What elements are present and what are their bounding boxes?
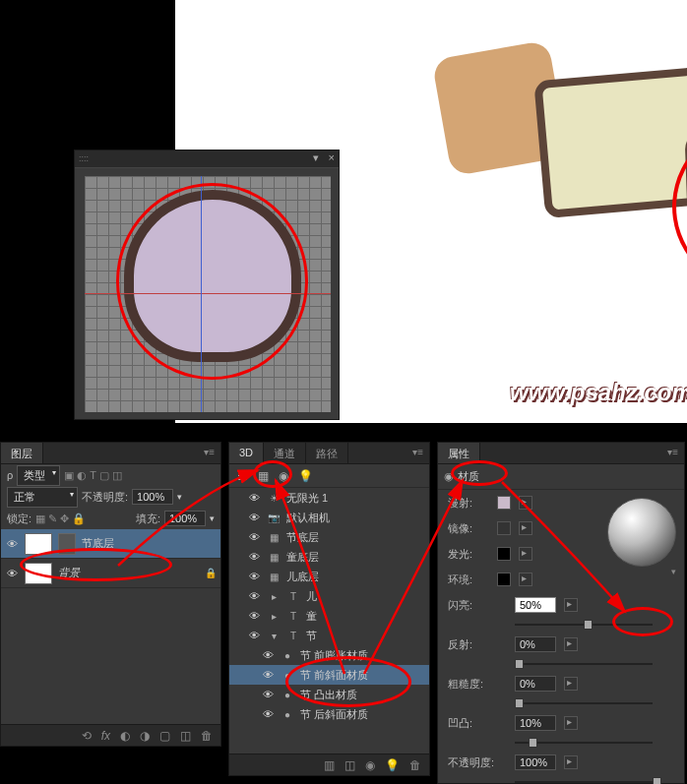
slider-texture[interactable] xyxy=(564,677,578,691)
filter-light-icon[interactable]: 💡 xyxy=(298,469,313,483)
expand-icon[interactable]: ▾ xyxy=(267,631,281,641)
diffuse-label: 漫射: xyxy=(448,496,489,511)
panel-menu-icon[interactable]: ▾≡ xyxy=(661,443,684,463)
visibility-icon[interactable]: 👁 xyxy=(247,630,261,641)
slider-label: 闪亮: xyxy=(448,598,507,613)
specular-texture[interactable] xyxy=(519,521,532,535)
char-3d-2[interactable] xyxy=(533,67,687,218)
glow-texture[interactable] xyxy=(519,547,532,561)
icon-2[interactable]: ◫ xyxy=(344,758,355,772)
specular-swatch[interactable] xyxy=(497,521,511,535)
item-type-icon: ▦ xyxy=(267,532,281,543)
item-type-icon: T xyxy=(286,611,300,622)
annotation-circle xyxy=(612,607,673,636)
slider-label: 粗糙度: xyxy=(448,677,507,692)
slider-value-input[interactable]: 0% xyxy=(515,636,556,652)
collapse-icon[interactable]: ▾ xyxy=(313,151,319,164)
expand-icon[interactable]: ▸ xyxy=(267,611,281,622)
visibility-icon[interactable]: 👁 xyxy=(247,571,261,582)
slider-value-input[interactable]: 10% xyxy=(515,715,556,731)
3d-list-item[interactable]: 👁▦童底层 xyxy=(229,547,429,567)
tab-paths[interactable]: 路径 xyxy=(306,443,348,463)
slider-value-input[interactable]: 50% xyxy=(515,597,556,613)
visibility-icon[interactable]: 👁 xyxy=(247,590,261,602)
filter-scene-icon[interactable]: ☰ xyxy=(237,469,248,483)
item-type-icon: T xyxy=(286,591,300,602)
glow-swatch[interactable] xyxy=(497,547,511,561)
glow-label: 发光: xyxy=(448,547,489,562)
item-type-icon: 📷 xyxy=(267,513,281,523)
slider-track[interactable] xyxy=(515,659,653,669)
3d-list-item[interactable]: 👁▾T节 xyxy=(229,626,429,645)
render-icon[interactable]: ◉ xyxy=(365,758,375,772)
lock-icons[interactable]: ▦ ✎ ✥ 🔒 xyxy=(35,513,86,525)
panel-menu-icon[interactable]: ▾≡ xyxy=(406,443,429,463)
slider-texture[interactable] xyxy=(564,716,578,730)
item-type-icon: T xyxy=(286,631,300,641)
secondary-3d-view[interactable]: :::: × ▾ xyxy=(74,150,340,420)
visibility-icon[interactable]: 👁 xyxy=(261,708,275,720)
new-layer-icon[interactable]: ◫ xyxy=(180,729,191,743)
lock-label: 锁定: xyxy=(7,512,31,526)
expand-icon[interactable]: ▸ xyxy=(267,591,281,602)
fill-adjust-icon[interactable]: ◑ xyxy=(140,729,150,743)
visibility-icon[interactable]: 👁 xyxy=(247,492,261,504)
material-preview-sphere[interactable] xyxy=(607,498,676,567)
item-label: 默认相机 xyxy=(286,511,330,525)
property-slider-row: 不透明度:100% xyxy=(438,750,684,775)
link-icon[interactable]: ⟲ xyxy=(82,729,92,743)
lock-icon[interactable]: 🔒 xyxy=(205,568,217,578)
3d-list-item[interactable]: 👁▸T童 xyxy=(229,606,429,626)
item-type-icon: ▦ xyxy=(267,552,281,563)
panel-menu-icon[interactable]: ▾≡ xyxy=(198,443,220,463)
visibility-icon[interactable]: 👁 xyxy=(247,551,261,563)
layers-buttons: ⟲ fx ◐ ◑ ▢ ◫ 🗑 xyxy=(1,724,220,746)
visibility-icon[interactable]: 👁 xyxy=(261,669,275,681)
visibility-icon[interactable]: 👁 xyxy=(5,568,19,579)
fx-icon[interactable]: fx xyxy=(101,729,110,743)
slider-texture[interactable] xyxy=(564,637,578,651)
blend-mode-dropdown[interactable]: 正常 xyxy=(7,487,78,508)
visibility-icon[interactable]: 👁 xyxy=(261,689,275,700)
slider-label: 反射: xyxy=(448,637,507,652)
3d-list-item[interactable]: 👁▦儿底层 xyxy=(229,567,429,586)
visibility-icon[interactable]: 👁 xyxy=(247,531,261,543)
slider-track[interactable] xyxy=(515,738,653,748)
slider-track[interactable] xyxy=(515,777,653,784)
item-label: 节 xyxy=(306,629,317,643)
opacity-input[interactable]: 100% xyxy=(132,489,173,505)
ambient-texture[interactable] xyxy=(519,573,532,586)
new-light-icon[interactable]: 💡 xyxy=(385,758,400,772)
panel-grip-icon: :::: xyxy=(79,153,89,163)
3d-list-item[interactable]: 👁📷默认相机 xyxy=(229,508,429,527)
close-icon[interactable]: × xyxy=(329,151,335,163)
3d-list-item[interactable]: 👁▸T儿 xyxy=(229,586,429,606)
slider-track[interactable] xyxy=(515,698,653,708)
trash-icon[interactable]: 🗑 xyxy=(201,729,213,743)
tab-layers[interactable]: 图层 xyxy=(1,443,43,463)
tab-3d[interactable]: 3D xyxy=(229,443,264,463)
slider-texture[interactable] xyxy=(564,598,578,612)
item-type-icon: ▦ xyxy=(267,572,281,582)
visibility-icon[interactable]: 👁 xyxy=(5,538,19,550)
slider-label: 凹凸: xyxy=(448,716,507,731)
icon-1[interactable]: ▥ xyxy=(324,758,335,772)
visibility-icon[interactable]: 👁 xyxy=(247,610,261,622)
mask-icon[interactable]: ◐ xyxy=(120,729,130,743)
3d-list-item[interactable]: 👁●节 后斜面材质 xyxy=(229,704,429,724)
slider-texture[interactable] xyxy=(564,755,578,769)
3d-list-item[interactable]: 👁☀无限光 1 xyxy=(229,488,429,508)
diffuse-texture[interactable] xyxy=(519,496,532,510)
trash-icon[interactable]: 🗑 xyxy=(409,758,421,772)
visibility-icon[interactable]: 👁 xyxy=(247,512,261,523)
slider-value-input[interactable]: 100% xyxy=(515,754,556,770)
visibility-icon[interactable]: 👁 xyxy=(261,649,275,661)
group-icon[interactable]: ▢ xyxy=(159,729,170,743)
item-label: 无限光 1 xyxy=(286,491,328,506)
fill-input[interactable]: 100% xyxy=(164,511,206,526)
ambient-swatch[interactable] xyxy=(497,573,511,586)
filter-type-dropdown[interactable]: 类型 xyxy=(17,465,60,486)
slider-value-input[interactable]: 0% xyxy=(515,676,556,692)
3d-list-item[interactable]: 👁▦节底层 xyxy=(229,527,429,547)
diffuse-swatch[interactable] xyxy=(497,496,511,510)
